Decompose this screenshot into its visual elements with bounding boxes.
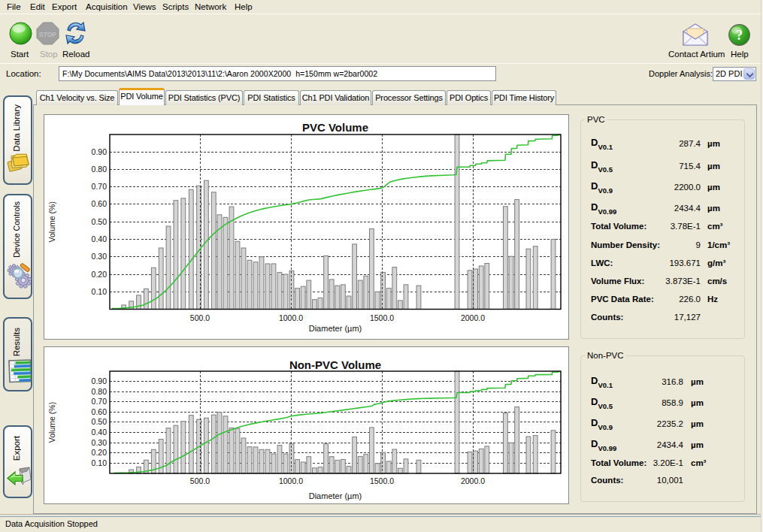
svg-text:0.90: 0.90 (92, 147, 107, 156)
svg-text:500.0: 500.0 (190, 476, 210, 485)
svg-text:0.40: 0.40 (92, 234, 107, 243)
svg-text:0.80: 0.80 (92, 387, 107, 396)
svg-text:0.30: 0.30 (92, 438, 107, 447)
svg-text:0.30: 0.30 (92, 252, 107, 261)
svg-text:Diameter (µm): Diameter (µm) (309, 324, 362, 333)
svg-text:0.80: 0.80 (92, 165, 107, 174)
svg-text:1000.0: 1000.0 (279, 476, 303, 485)
svg-text:0.40: 0.40 (92, 428, 107, 437)
svg-text:0.50: 0.50 (92, 217, 107, 226)
svg-text:1500.0: 1500.0 (370, 313, 394, 322)
svg-text:0.20: 0.20 (92, 270, 107, 279)
svg-text:0.10: 0.10 (92, 458, 107, 467)
svg-text:2000.0: 2000.0 (461, 476, 485, 485)
svg-text:Volume (%): Volume (%) (47, 201, 56, 242)
svg-text:Non-PVC Volume: Non-PVC Volume (289, 358, 381, 371)
svg-text:500.0: 500.0 (190, 313, 210, 322)
svg-text:Volume (%): Volume (%) (47, 402, 56, 443)
svg-text:PVC Volume: PVC Volume (302, 121, 368, 134)
svg-text:1000.0: 1000.0 (279, 313, 303, 322)
svg-text:Diameter (µm): Diameter (µm) (309, 491, 362, 500)
svg-text:STOP: STOP (39, 31, 56, 38)
svg-text:0.10: 0.10 (92, 287, 107, 296)
svg-text:0.70: 0.70 (92, 397, 107, 406)
svg-text:?: ? (736, 28, 743, 43)
svg-text:0.70: 0.70 (92, 182, 107, 191)
svg-text:0.50: 0.50 (92, 417, 107, 426)
svg-text:0.60: 0.60 (92, 199, 107, 208)
svg-text:2000.0: 2000.0 (461, 313, 485, 322)
svg-text:0.60: 0.60 (92, 407, 107, 416)
svg-text:1500.0: 1500.0 (370, 476, 394, 485)
svg-text:0.90: 0.90 (92, 376, 107, 385)
svg-text:0.20: 0.20 (92, 448, 107, 457)
